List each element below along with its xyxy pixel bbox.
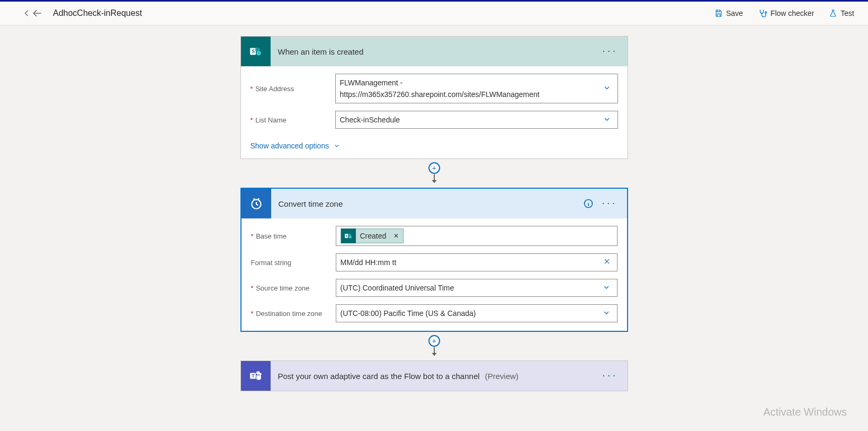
svg-text:S: S bbox=[345, 234, 347, 238]
dest-tz-value: (UTC-08:00) Pacific Time (US & Canada) bbox=[341, 309, 600, 318]
convert-menu-icon[interactable]: · · · bbox=[599, 196, 618, 211]
flow-checker-button[interactable]: Flow checker bbox=[753, 5, 819, 21]
base-time-row: Base time S Created ✕ bbox=[251, 226, 618, 246]
connector-2: + bbox=[428, 335, 440, 357]
base-time-label: Base time bbox=[251, 232, 336, 240]
list-name-label: List Name bbox=[250, 116, 335, 124]
site-address-value-line1: FLWManagement - bbox=[340, 77, 403, 89]
dest-tz-row: Destination time zone (UTC-08:00) Pacifi… bbox=[251, 304, 618, 322]
add-step-button[interactable]: + bbox=[428, 335, 440, 347]
token-label: Created bbox=[360, 232, 387, 240]
save-icon bbox=[714, 9, 723, 17]
teams-card[interactable]: T Post your own adaptive card as the Flo… bbox=[240, 360, 628, 391]
sharepoint-icon: S bbox=[341, 228, 356, 243]
svg-text:S: S bbox=[252, 48, 255, 54]
sharepoint-icon: S bbox=[241, 37, 271, 66]
site-address-label: Site Address bbox=[250, 85, 335, 93]
teams-title-text: Post your own adaptive card as the Flow … bbox=[278, 372, 480, 381]
source-tz-label: Source time zone bbox=[251, 284, 336, 292]
flow-checker-label: Flow checker bbox=[771, 9, 814, 17]
trigger-header[interactable]: S When an item is created · · · bbox=[241, 37, 628, 66]
stethoscope-icon bbox=[758, 8, 767, 18]
clock-icon bbox=[241, 189, 271, 218]
info-icon[interactable] bbox=[583, 198, 594, 209]
site-address-field[interactable]: FLWManagement - https://m365x357260.shar… bbox=[335, 74, 618, 103]
trigger-card[interactable]: S When an item is created · · · Site Add… bbox=[240, 36, 628, 159]
trigger-body: Site Address FLWManagement - https://m36… bbox=[241, 66, 628, 159]
add-step-button[interactable]: + bbox=[428, 162, 440, 174]
site-address-value-line2: https://m365x357260.sharepoint.com/sites… bbox=[340, 89, 540, 100]
designer-canvas: S When an item is created · · · Site Add… bbox=[0, 25, 868, 431]
preview-tag: (Preview) bbox=[485, 372, 518, 381]
teams-title: Post your own adaptive card as the Flow … bbox=[271, 372, 600, 381]
svg-point-0 bbox=[765, 12, 766, 13]
chevron-down-icon[interactable] bbox=[600, 284, 613, 292]
back-arrow-icon[interactable] bbox=[21, 8, 32, 19]
flask-icon bbox=[829, 9, 837, 17]
svg-point-4 bbox=[256, 51, 261, 56]
trigger-title: When an item is created bbox=[271, 47, 600, 56]
dynamic-token-created[interactable]: S Created ✕ bbox=[341, 228, 404, 243]
clear-icon[interactable] bbox=[601, 258, 613, 267]
advanced-label: Show advanced options bbox=[250, 142, 329, 150]
trigger-menu-icon[interactable]: · · · bbox=[599, 44, 619, 59]
svg-point-10 bbox=[348, 235, 351, 238]
flow-title[interactable]: AdhocCheck-inRequest bbox=[53, 8, 142, 18]
teams-menu-icon[interactable]: · · · bbox=[599, 368, 619, 383]
base-time-field[interactable]: S Created ✕ bbox=[336, 226, 618, 246]
list-name-value: Check-inSchedule bbox=[340, 116, 601, 124]
svg-text:T: T bbox=[251, 373, 254, 379]
test-label: Test bbox=[840, 9, 854, 17]
svg-point-14 bbox=[259, 373, 261, 375]
convert-body: Base time S Created ✕ Format string MM/d… bbox=[241, 218, 627, 331]
source-tz-row: Source time zone (UTC) Coordinated Unive… bbox=[251, 279, 618, 297]
list-name-field[interactable]: Check-inSchedule bbox=[335, 111, 618, 129]
test-button[interactable]: Test bbox=[824, 6, 860, 21]
save-label: Save bbox=[726, 9, 743, 17]
teams-header[interactable]: T Post your own adaptive card as the Flo… bbox=[241, 361, 628, 391]
chevron-down-icon[interactable] bbox=[601, 116, 613, 124]
site-address-row: Site Address FLWManagement - https://m36… bbox=[250, 74, 618, 103]
convert-timezone-card[interactable]: Convert time zone · · · Base time S Crea… bbox=[240, 188, 628, 332]
show-advanced-link[interactable]: Show advanced options bbox=[250, 142, 341, 150]
source-tz-field[interactable]: (UTC) Coordinated Universal Time bbox=[336, 279, 618, 297]
convert-header[interactable]: Convert time zone · · · bbox=[241, 189, 627, 218]
chevron-down-icon[interactable] bbox=[601, 83, 613, 94]
arrow-down-icon bbox=[428, 346, 440, 357]
teams-icon: T bbox=[241, 361, 271, 391]
connector-1: + bbox=[428, 162, 440, 184]
format-row: Format string MM/dd HH:mm tt bbox=[251, 253, 618, 271]
chevron-down-icon bbox=[333, 143, 341, 148]
windows-watermark: Activate Windows bbox=[763, 406, 847, 418]
chevron-down-icon[interactable] bbox=[600, 309, 613, 318]
topbar-right: Save Flow checker Test bbox=[709, 5, 860, 21]
convert-title: Convert time zone bbox=[271, 199, 584, 208]
dest-tz-label: Destination time zone bbox=[251, 310, 336, 318]
source-tz-value: (UTC) Coordinated Universal Time bbox=[341, 284, 600, 292]
topbar-left: AdhocCheck-inRequest bbox=[21, 8, 142, 19]
arrow-down-icon bbox=[428, 173, 440, 184]
token-remove-icon[interactable]: ✕ bbox=[393, 232, 399, 240]
top-bar: AdhocCheck-inRequest Save Flow checker T… bbox=[0, 0, 868, 25]
format-value: MM/dd HH:mm tt bbox=[341, 258, 601, 267]
format-label: Format string bbox=[251, 259, 336, 267]
list-name-row: List Name Check-inSchedule bbox=[250, 111, 618, 129]
format-field[interactable]: MM/dd HH:mm tt bbox=[336, 253, 618, 271]
back-button[interactable] bbox=[32, 8, 42, 19]
dest-tz-field[interactable]: (UTC-08:00) Pacific Time (US & Canada) bbox=[336, 304, 618, 322]
save-button[interactable]: Save bbox=[709, 6, 748, 21]
